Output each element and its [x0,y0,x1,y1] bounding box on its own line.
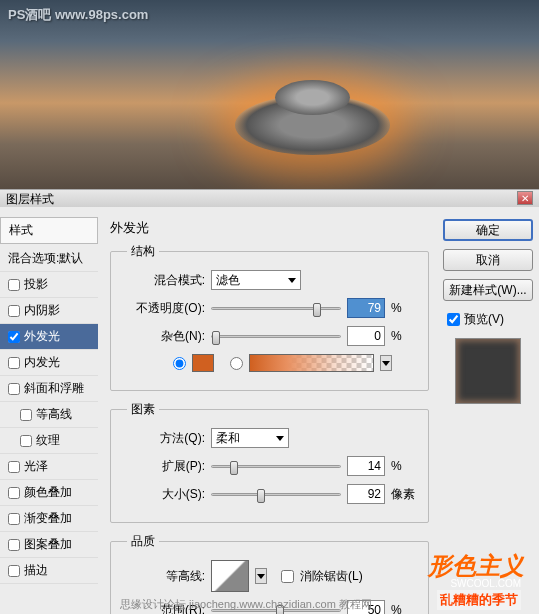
style-item[interactable]: 斜面和浮雕 [0,376,98,402]
style-checkbox[interactable] [8,331,20,343]
noise-slider[interactable] [211,335,341,338]
style-checkbox[interactable] [8,357,20,369]
style-label: 等高线 [36,406,72,423]
contour-dropdown-icon[interactable] [255,568,267,584]
spread-slider[interactable] [211,465,341,468]
solid-color-radio[interactable] [173,357,186,370]
size-unit: 像素 [391,486,415,503]
opacity-input[interactable] [347,298,385,318]
new-style-button[interactable]: 新建样式(W)... [443,279,533,301]
structure-group: 结构 混合模式: 滤色 不透明度(O): % 杂色(N): % [110,243,429,391]
style-item[interactable]: 投影 [0,272,98,298]
style-checkbox[interactable] [8,305,20,317]
blend-defaults[interactable]: 混合选项:默认 [0,246,98,272]
antialias-label: 消除锯齿(L) [300,568,363,585]
watermark-slogan: 乱糟糟的季节 [437,590,521,610]
style-label: 投影 [24,276,48,293]
elements-group: 图素 方法(Q): 柔和 扩展(P): % 大小(S): 像素 [110,401,429,523]
quality-legend: 品质 [127,533,159,550]
technique-dropdown[interactable]: 柔和 [211,428,289,448]
preview-swatch [455,338,521,404]
style-label: 内发光 [24,354,60,371]
preview-checkbox[interactable] [447,313,460,326]
style-item[interactable]: 图案叠加 [0,532,98,558]
spread-unit: % [391,459,402,473]
style-item[interactable]: 外发光 [0,324,98,350]
style-item[interactable]: 渐变叠加 [0,506,98,532]
style-label: 光泽 [24,458,48,475]
style-checkbox[interactable] [8,513,20,525]
style-checkbox[interactable] [8,539,20,551]
styles-list-panel: 样式 混合选项:默认 投影内阴影外发光内发光斜面和浮雕等高线纹理光泽颜色叠加渐变… [0,207,102,614]
technique-label: 方法(Q): [123,430,205,447]
size-label: 大小(S): [123,486,205,503]
size-slider[interactable] [211,493,341,496]
style-item[interactable]: 内阴影 [0,298,98,324]
style-checkbox[interactable] [20,435,32,447]
noise-input[interactable] [347,326,385,346]
style-label: 渐变叠加 [24,510,72,527]
opacity-label: 不透明度(O): [123,300,205,317]
style-label: 图案叠加 [24,536,72,553]
blend-mode-label: 混合模式: [123,272,205,289]
opacity-unit: % [391,301,402,315]
style-label: 描边 [24,562,48,579]
style-label: 纹理 [36,432,60,449]
range-unit: % [391,603,402,614]
close-icon[interactable]: ✕ [517,191,533,205]
preview-image: PS酒吧 www.98ps.com [0,0,539,206]
structure-legend: 结构 [127,243,159,260]
chevron-down-icon [276,436,284,441]
styles-header[interactable]: 样式 [0,217,98,244]
gradient-picker[interactable] [249,354,374,372]
style-item[interactable]: 等高线 [0,402,98,428]
style-checkbox[interactable] [8,565,20,577]
style-checkbox[interactable] [20,409,32,421]
chevron-down-icon [288,278,296,283]
style-checkbox[interactable] [8,487,20,499]
style-label: 外发光 [24,328,60,345]
blend-mode-dropdown[interactable]: 滤色 [211,270,301,290]
dialog-titlebar: 图层样式 ✕ [0,189,539,207]
gradient-radio[interactable] [230,357,243,370]
ufo-graphic [235,95,390,155]
style-item[interactable]: 光泽 [0,454,98,480]
antialias-checkbox[interactable] [281,570,294,583]
style-checkbox[interactable] [8,383,20,395]
style-item[interactable]: 纹理 [0,428,98,454]
watermark-footer: 思缘设计论坛 jiaocheng.www.chazidian.com 教程网 [120,597,372,612]
ok-button[interactable]: 确定 [443,219,533,241]
color-swatch[interactable] [192,354,214,372]
elements-legend: 图素 [127,401,159,418]
gradient-dropdown-icon[interactable] [380,355,392,371]
style-item[interactable]: 内发光 [0,350,98,376]
noise-label: 杂色(N): [123,328,205,345]
contour-label: 等高线: [123,568,205,585]
preview-label: 预览(V) [464,311,504,328]
watermark-top: PS酒吧 www.98ps.com [8,6,148,24]
size-input[interactable] [347,484,385,504]
style-item[interactable]: 描边 [0,558,98,584]
settings-panel: 外发光 结构 混合模式: 滤色 不透明度(O): % 杂色(N): % [102,207,437,614]
style-item[interactable]: 颜色叠加 [0,480,98,506]
dialog-title-text: 图层样式 [6,191,54,206]
style-checkbox[interactable] [8,461,20,473]
style-label: 内阴影 [24,302,60,319]
opacity-slider[interactable] [211,307,341,310]
spread-label: 扩展(P): [123,458,205,475]
style-checkbox[interactable] [8,279,20,291]
cancel-button[interactable]: 取消 [443,249,533,271]
outer-glow-title: 外发光 [110,219,429,237]
style-label: 斜面和浮雕 [24,380,84,397]
contour-picker[interactable] [211,560,249,592]
noise-unit: % [391,329,402,343]
spread-input[interactable] [347,456,385,476]
style-label: 颜色叠加 [24,484,72,501]
watermark-url: SWCOOL.COM [450,578,521,589]
